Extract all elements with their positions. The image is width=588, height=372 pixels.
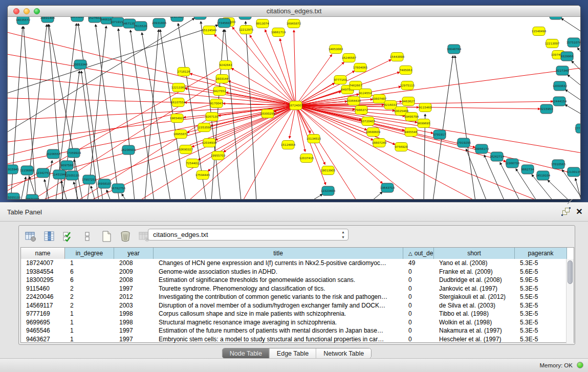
network-node[interactable]: 20364436 — [346, 97, 361, 105]
network-node[interactable]: 12342757 — [36, 168, 51, 178]
network-node[interactable]: 16107554 — [171, 98, 186, 107]
network-node[interactable]: 9463627 — [402, 97, 415, 106]
table-row[interactable]: 1872400712008Changes of HCN gene express… — [21, 259, 574, 268]
network-node[interactable]: 9124554 — [359, 89, 372, 98]
network-node[interactable]: 20053346 — [73, 60, 88, 69]
network-node[interactable]: 9777169 — [334, 76, 347, 84]
table-source-dropdown[interactable]: citations_edges.txt ▲▼ — [148, 229, 349, 240]
network-node[interactable]: 12505135 — [65, 171, 80, 180]
network-node[interactable]: 14519104 — [536, 171, 551, 180]
network-node[interactable]: 6791917 — [433, 130, 446, 139]
network-node[interactable]: 2718126 — [178, 68, 190, 76]
network-node[interactable]: 16262714 — [490, 152, 505, 161]
vertical-scrollbar[interactable] — [566, 259, 574, 343]
network-node[interactable]: 12213363 — [171, 83, 186, 92]
network-node[interactable]: 16958107 — [97, 179, 112, 188]
network-node[interactable]: 9170047 — [210, 99, 223, 108]
create-column-icon[interactable] — [100, 230, 113, 243]
network-node[interactable]: 20891406 — [40, 17, 55, 23]
network-node[interactable]: 20501335 — [25, 194, 40, 200]
network-node[interactable]: 8813074 — [256, 19, 269, 28]
network-node[interactable]: 2803144 — [216, 75, 229, 83]
network-node[interactable]: 11548498 — [532, 27, 547, 36]
network-node[interactable]: 17345601 — [217, 18, 232, 28]
column-header-out_degree[interactable]: △out_de… — [403, 248, 434, 259]
network-node[interactable]: 9227349 — [556, 66, 569, 75]
network-node[interactable]: 8215953 — [540, 104, 553, 114]
network-node[interactable]: 17957253 — [82, 175, 97, 184]
column-header-short[interactable]: short — [434, 248, 515, 259]
network-node[interactable]: 11156869 — [20, 166, 35, 175]
network-node[interactable]: 10688609 — [366, 128, 381, 137]
network-node[interactable]: 15732052 — [193, 17, 207, 19]
column-header-title[interactable]: title — [154, 248, 403, 259]
clear-selection-icon[interactable] — [81, 230, 94, 243]
network-node[interactable]: 26206503 — [121, 145, 136, 155]
delete-column-icon[interactable] — [119, 230, 132, 243]
network-node[interactable]: 15443898 — [390, 53, 405, 61]
show-columns-icon[interactable] — [43, 230, 56, 243]
table-row[interactable]: 946554611997Estimation of the future num… — [21, 326, 574, 335]
network-node[interactable]: 15134515 — [307, 135, 321, 143]
network-node[interactable]: 12444154 — [552, 97, 567, 106]
network-node[interactable]: 7485063 — [400, 66, 412, 75]
network-node[interactable]: 12034938 — [202, 139, 217, 147]
network-node[interactable]: 9756928 — [395, 143, 408, 151]
network-node[interactable]: 8427552 — [213, 87, 226, 96]
network-node[interactable]: 17919295 — [456, 138, 471, 147]
network-node[interactable]: 10720407 — [361, 117, 376, 126]
network-node[interactable]: 9115460 — [419, 103, 432, 112]
network-node[interactable]: 15124854 — [281, 141, 296, 149]
float-window-icon[interactable] — [562, 208, 571, 216]
network-node[interactable]: 13643718 — [380, 183, 395, 192]
network-node[interactable]: 7986372 — [355, 106, 368, 115]
network-node[interactable]: 12323408 — [321, 186, 336, 195]
network-node[interactable]: 16965872 — [287, 19, 301, 28]
table-row[interactable]: 1830029562008Estimation of significance … — [21, 276, 574, 285]
panel-resize-grip[interactable] — [568, 199, 573, 204]
table-row[interactable]: 1938455462009Genome-wide association stu… — [21, 268, 574, 276]
tab-network-table[interactable]: Network Table — [316, 348, 371, 358]
network-node[interactable]: 18300295 — [260, 110, 275, 118]
network-node[interactable]: 12975115 — [400, 81, 415, 90]
select-all-icon[interactable] — [62, 230, 75, 243]
network-node[interactable]: 12213097 — [545, 39, 560, 48]
network-node[interactable]: 19654923 — [170, 114, 185, 123]
network-node[interactable]: 7615526 — [135, 21, 147, 31]
close-panel-icon[interactable]: ✕ — [575, 207, 584, 217]
network-node[interactable]: 12037415 — [299, 154, 314, 163]
network-node[interactable]: 12212975 — [239, 26, 254, 34]
network-node[interactable]: 19013905 — [321, 166, 336, 175]
window-titlebar[interactable]: citations_edges.txt — [8, 6, 580, 17]
column-header-year[interactable]: year — [114, 248, 154, 259]
network-node[interactable]: 12100135 — [567, 167, 580, 177]
network-node[interactable]: 20931806 — [152, 18, 167, 28]
table-row[interactable]: 1456911722003Disruption of a novel membe… — [21, 301, 574, 310]
network-node[interactable]: 12366738 — [505, 159, 520, 168]
column-header-in_degree[interactable]: in_degree — [65, 248, 114, 259]
network-node[interactable]: 18724007 — [289, 101, 303, 110]
network-node[interactable]: 16864937 — [238, 17, 253, 19]
network-node[interactable]: 19495794 — [404, 113, 419, 121]
network-node[interactable]: 9242843 — [220, 61, 232, 70]
network-node[interactable]: 17594445 — [195, 171, 210, 180]
network-node[interactable]: 10653287 — [70, 17, 85, 21]
table-row[interactable]: 977716911998Corpus callosum shape and si… — [21, 310, 574, 318]
network-node[interactable]: 13915941 — [8, 165, 19, 174]
network-node[interactable]: 14035572 — [16, 17, 30, 25]
network-node[interactable]: 17010565 — [551, 160, 566, 169]
scrollbar-thumb[interactable] — [568, 260, 573, 284]
column-header-name[interactable]: name — [21, 248, 65, 259]
network-node[interactable]: 16648784 — [447, 45, 462, 54]
network-node[interactable]: 9329966 — [561, 52, 574, 61]
network-node[interactable]: 11213044 — [549, 17, 563, 19]
network-node[interactable]: 17710456 — [575, 124, 580, 133]
network-canvas[interactable]: 1872400718300295271812612213363161075541… — [8, 17, 580, 200]
network-node[interactable]: 9097588 — [61, 161, 74, 170]
network-node[interactable]: 10690327 — [179, 145, 193, 154]
network-node[interactable]: 9862734 — [521, 165, 534, 174]
network-node[interactable]: 9465546 — [405, 128, 418, 137]
network-node[interactable]: 20206556 — [46, 149, 61, 159]
network-node[interactable]: 12093832 — [553, 81, 567, 91]
network-node[interactable]: 9267130 — [206, 113, 219, 121]
